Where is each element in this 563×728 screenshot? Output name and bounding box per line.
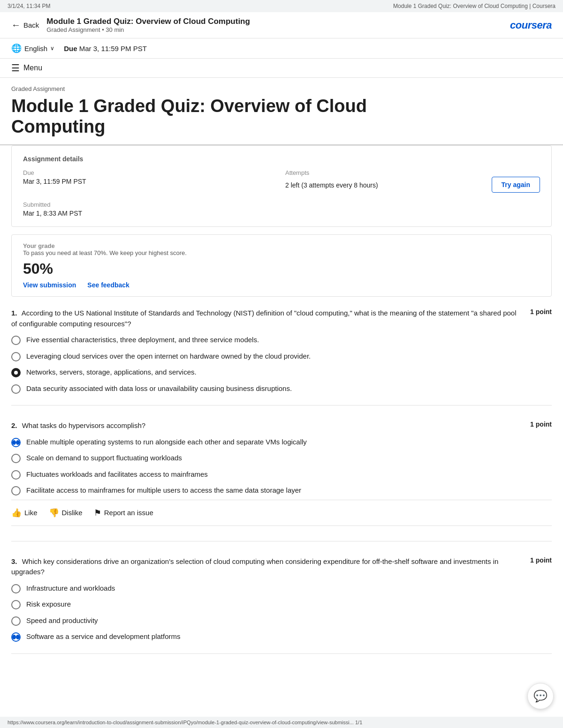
- list-item[interactable]: Leveraging cloud services over the open …: [11, 351, 552, 362]
- question-3-number: 3.: [11, 557, 17, 565]
- list-item[interactable]: Risk exposure: [11, 599, 552, 610]
- language-label: English: [24, 45, 47, 53]
- list-item[interactable]: Five essential characteristics, three de…: [11, 335, 552, 345]
- assignment-details-panel: Assignment details Due Mar 3, 11:59 PM P…: [11, 145, 552, 227]
- grade-pass-text: To pass you need at least 70%. We keep y…: [23, 249, 540, 256]
- option-q1-d-text: Data security associated with data loss …: [26, 383, 292, 394]
- like-label: Like: [24, 509, 38, 517]
- question-3-options: Infrastructure and workloads Risk exposu…: [11, 583, 552, 642]
- question-1-number: 1.: [11, 309, 17, 317]
- list-item[interactable]: Networks, servers, storage, applications…: [11, 367, 552, 378]
- radio-q3-d[interactable]: [11, 632, 21, 642]
- question-2-options: Enable multiple operating systems to run…: [11, 437, 552, 496]
- radio-q1-d[interactable]: [11, 384, 21, 394]
- globe-icon: 🌐: [11, 43, 22, 53]
- dislike-label: Dislike: [62, 509, 83, 517]
- browser-bar: 3/1/24, 11:34 PM Module 1 Graded Quiz: O…: [0, 0, 563, 12]
- option-q2-b-text: Scale on demand to support fluctuating w…: [26, 453, 182, 464]
- try-again-button[interactable]: Try again: [492, 177, 540, 193]
- top-header: ← Back Module 1 Graded Quiz: Overview of…: [0, 12, 563, 38]
- chevron-down-icon: ∨: [50, 45, 54, 52]
- dislike-button[interactable]: 👎 Dislike: [49, 508, 83, 518]
- menu-label: Menu: [23, 64, 42, 72]
- question-2-points: 1 point: [530, 420, 552, 428]
- list-item[interactable]: Software as a service and development pl…: [11, 631, 552, 642]
- see-feedback-button[interactable]: See feedback: [87, 281, 129, 289]
- option-q3-d-text: Software as a service and development pl…: [26, 631, 181, 642]
- submitted-value: Mar 1, 8:33 AM PST: [23, 210, 278, 217]
- option-q1-b-text: Leveraging cloud services over the open …: [26, 351, 311, 362]
- option-q2-d-text: Facilitate access to mainframes for mult…: [26, 485, 301, 496]
- list-item[interactable]: Infrastructure and workloads: [11, 583, 552, 594]
- list-item[interactable]: Data security associated with data loss …: [11, 383, 552, 394]
- radio-q2-a[interactable]: [11, 438, 21, 447]
- content-wrapper: Graded Assignment Module 1 Graded Quiz: …: [0, 78, 563, 680]
- radio-q2-d[interactable]: [11, 486, 21, 495]
- option-q2-c-text: Fluctuates workloads and facilitates acc…: [26, 469, 208, 480]
- menu-bar: ☰ Menu: [0, 59, 563, 78]
- back-label: Back: [23, 21, 39, 29]
- attempts-value: 2 left (3 attempts every 8 hours): [285, 181, 378, 189]
- radio-q3-c[interactable]: [11, 616, 21, 626]
- back-arrow-icon: ←: [11, 20, 21, 30]
- question-2-number: 2.: [11, 421, 17, 429]
- due-label: Due: [23, 169, 34, 176]
- quiz-big-title: Module 1 Graded Quiz: Overview of Cloud …: [11, 96, 552, 137]
- radio-q1-b[interactable]: [11, 352, 21, 361]
- lang-due-bar: 🌐 English ∨ Due Mar 3, 11:59 PM PST: [0, 38, 563, 59]
- header-subtitle: Graded Assignment • 30 min: [46, 26, 502, 33]
- radio-q2-c[interactable]: [11, 470, 21, 480]
- option-q1-a-text: Five essential characteristics, three de…: [26, 335, 259, 345]
- coursera-logo: coursera: [510, 19, 552, 31]
- browser-timestamp: 3/1/24, 11:34 PM: [8, 3, 50, 9]
- report-issue-button[interactable]: ⚑ Report an issue: [94, 508, 153, 518]
- question-3-text: 3. Which key considerations drive an org…: [11, 556, 530, 578]
- back-button[interactable]: ← Back: [11, 20, 39, 30]
- thumbs-up-icon: 👍: [11, 508, 22, 518]
- grade-score: 50%: [23, 260, 540, 278]
- option-q1-c-text: Networks, servers, storage, applications…: [26, 367, 197, 378]
- question-3-header: 3. Which key considerations drive an org…: [11, 556, 552, 578]
- attempts-label: Attempts: [285, 169, 309, 176]
- submitted-section: Submitted Mar 1, 8:33 AM PST: [23, 200, 278, 217]
- view-submission-button[interactable]: View submission: [23, 281, 76, 289]
- like-button[interactable]: 👍 Like: [11, 508, 38, 518]
- radio-q1-c[interactable]: [11, 368, 21, 377]
- due-date: Mar 3, 11:59 PM PST: [79, 45, 147, 53]
- details-title: Assignment details: [23, 155, 540, 163]
- attempts-section: Attempts 2 left (3 attempts every 8 hour…: [285, 168, 540, 193]
- grade-panel: Your grade To pass you need at least 70%…: [11, 234, 552, 297]
- feedback-bar: 👍 Like 👎 Dislike ⚑ Report an issue: [11, 500, 552, 526]
- list-item[interactable]: Scale on demand to support fluctuating w…: [11, 453, 552, 464]
- language-selector[interactable]: 🌐 English ∨: [11, 43, 54, 53]
- question-3-points: 1 point: [530, 556, 552, 564]
- header-titles: Module 1 Graded Quiz: Overview of Cloud …: [46, 17, 502, 33]
- grade-actions: View submission See feedback: [23, 281, 540, 289]
- radio-q1-a[interactable]: [11, 336, 21, 345]
- radio-q3-b[interactable]: [11, 600, 21, 609]
- question-2-block: 2. What tasks do hypervisors accomplish?…: [11, 420, 552, 541]
- browser-page-title: Module 1 Graded Quiz: Overview of Cloud …: [393, 3, 555, 9]
- submitted-label: Submitted: [23, 201, 51, 208]
- radio-q3-a[interactable]: [11, 584, 21, 593]
- your-grade-label: Your grade: [23, 242, 540, 249]
- header-title: Module 1 Graded Quiz: Overview of Cloud …: [46, 17, 502, 26]
- question-3-block: 3. Which key considerations drive an org…: [11, 556, 552, 654]
- list-item[interactable]: Fluctuates workloads and facilitates acc…: [11, 469, 552, 480]
- question-1-points: 1 point: [530, 308, 552, 315]
- overlay-graded-label: Graded Assignment: [11, 78, 552, 96]
- list-item[interactable]: Enable multiple operating systems to run…: [11, 437, 552, 448]
- option-q3-b-text: Risk exposure: [26, 599, 71, 610]
- list-item[interactable]: Facilitate access to mainframes for mult…: [11, 485, 552, 496]
- question-2-header: 2. What tasks do hypervisors accomplish?…: [11, 420, 552, 431]
- due-value: Mar 3, 11:59 PM PST: [23, 178, 278, 185]
- radio-q2-b[interactable]: [11, 454, 21, 463]
- due-section: Due Mar 3, 11:59 PM PST: [23, 168, 278, 193]
- title-overlay-section: Graded Assignment Module 1 Graded Quiz: …: [0, 78, 563, 145]
- option-q3-a-text: Infrastructure and workloads: [26, 583, 115, 594]
- flag-icon: ⚑: [94, 508, 101, 518]
- due-text: Due Mar 3, 11:59 PM PST: [64, 45, 147, 53]
- hamburger-icon[interactable]: ☰: [11, 62, 20, 74]
- report-label: Report an issue: [104, 509, 153, 517]
- list-item[interactable]: Speed and productivity: [11, 615, 552, 626]
